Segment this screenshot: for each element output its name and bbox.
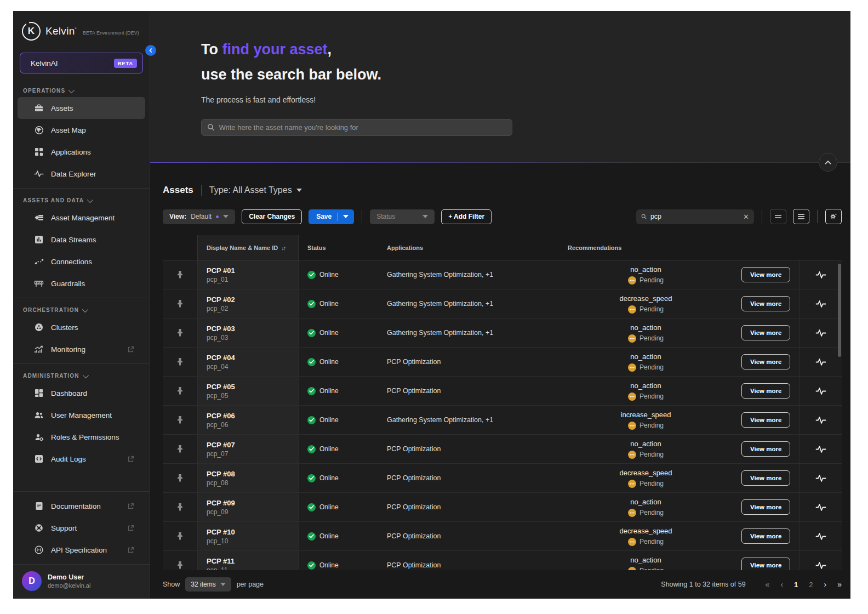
view-more-button[interactable]: View more bbox=[741, 412, 790, 428]
section-label-operations[interactable]: OPERATIONS bbox=[13, 81, 150, 97]
online-status-icon bbox=[307, 358, 316, 366]
save-button[interactable]: Save bbox=[309, 209, 354, 224]
sidebar-item-data-explorer[interactable]: Data Explorer bbox=[18, 163, 145, 185]
data-explorer-shortcut-icon[interactable] bbox=[815, 474, 826, 482]
collapse-hero-button[interactable] bbox=[819, 153, 837, 172]
sidebar-item-dashboard[interactable]: Dashboard bbox=[18, 382, 145, 404]
view-more-button[interactable]: View more bbox=[741, 528, 790, 544]
column-header-name[interactable]: Display Name & Name ID ↓↑ bbox=[197, 235, 299, 260]
sidebar-item-asset-management[interactable]: Asset Management bbox=[18, 207, 145, 229]
pin-icon[interactable] bbox=[176, 532, 184, 541]
table-row[interactable]: PCP #10pcp_10OnlinePCP Optimizationdecre… bbox=[163, 522, 842, 551]
sidebar-item-kelvinai[interactable]: KelvinAI BETA bbox=[20, 53, 143, 73]
table-settings-button[interactable] bbox=[825, 209, 842, 224]
asset-type-filter[interactable]: Type: All Asset Types bbox=[209, 185, 302, 195]
chevron-down-icon bbox=[343, 215, 349, 218]
pin-icon[interactable] bbox=[176, 386, 184, 396]
table-row[interactable]: PCP #11pcp_11OnlinePCP Optimizationno_ac… bbox=[163, 551, 842, 570]
row-density-list-button[interactable] bbox=[793, 209, 809, 224]
sidebar-item-assets[interactable]: Assets bbox=[18, 97, 145, 119]
pin-icon[interactable] bbox=[176, 474, 184, 483]
data-explorer-shortcut-icon[interactable] bbox=[815, 416, 826, 424]
row-density-compact-button[interactable] bbox=[770, 209, 786, 224]
asset-name-id: pcp_04 bbox=[207, 363, 228, 371]
pin-icon[interactable] bbox=[176, 328, 184, 338]
view-more-button[interactable]: View more bbox=[741, 470, 790, 486]
data-explorer-shortcut-icon[interactable] bbox=[815, 532, 826, 541]
clear-search-icon[interactable]: ✕ bbox=[743, 213, 749, 221]
asset-display-name: PCP #11 bbox=[207, 557, 235, 565]
user-menu[interactable]: D Demo User demo@kelvin.ai bbox=[13, 564, 150, 599]
data-explorer-shortcut-icon[interactable] bbox=[815, 386, 826, 395]
view-more-button[interactable]: View more bbox=[741, 325, 790, 340]
page-button-1[interactable]: 1 bbox=[794, 581, 798, 589]
section-label-administration[interactable]: ADMINISTRATION bbox=[13, 366, 150, 382]
table-row[interactable]: PCP #01pcp_01OnlineGathering System Opti… bbox=[163, 260, 842, 289]
section-label-orchestration[interactable]: ORCHESTRATION bbox=[13, 300, 150, 316]
sidebar-item-user-management[interactable]: User Management bbox=[18, 404, 145, 426]
table-row[interactable]: PCP #08pcp_08OnlinePCP Optimizationdecre… bbox=[163, 464, 842, 493]
table-row[interactable]: PCP #02pcp_02OnlineGathering System Opti… bbox=[163, 289, 842, 319]
sidebar-item-label: Roles & Permissions bbox=[51, 433, 135, 441]
pin-icon[interactable] bbox=[176, 299, 184, 309]
sidebar-item-data-streams[interactable]: Data Streams bbox=[18, 229, 145, 251]
per-page-dropdown[interactable]: 32 items bbox=[185, 577, 231, 592]
table-row[interactable]: PCP #05pcp_05OnlinePCP Optimizationno_ac… bbox=[163, 377, 842, 406]
sidebar-item-audit-logs[interactable]: Audit Logs bbox=[18, 448, 145, 470]
section-label-assets-and-data[interactable]: ASSETS AND DATA bbox=[13, 191, 150, 207]
status-filter-dropdown[interactable]: Status bbox=[370, 209, 435, 224]
data-explorer-shortcut-icon[interactable] bbox=[815, 503, 826, 511]
view-more-button[interactable]: View more bbox=[741, 441, 790, 457]
pin-icon[interactable] bbox=[176, 416, 184, 425]
pin-icon[interactable] bbox=[176, 561, 184, 570]
prev-page-button[interactable]: ‹ bbox=[780, 580, 783, 589]
next-page-button[interactable]: › bbox=[824, 580, 827, 589]
pin-icon[interactable] bbox=[176, 445, 184, 454]
pin-icon[interactable] bbox=[176, 270, 184, 280]
sidebar-item-applications[interactable]: Applications bbox=[18, 141, 145, 163]
sidebar-item-api-specification[interactable]: API Specification bbox=[18, 539, 145, 561]
sidebar-item-guardrails[interactable]: Guardrails bbox=[18, 272, 145, 294]
view-more-button[interactable]: View more bbox=[741, 383, 790, 399]
clear-changes-button[interactable]: Clear Changes bbox=[242, 209, 302, 224]
sort-icon[interactable]: ↓↑ bbox=[281, 245, 285, 251]
sidebar-item-asset-map[interactable]: Asset Map bbox=[18, 119, 145, 141]
table-search-input[interactable] bbox=[650, 213, 739, 220]
sidebar-item-clusters[interactable]: Clusters bbox=[18, 316, 145, 338]
pin-icon[interactable] bbox=[176, 503, 184, 512]
data-explorer-shortcut-icon[interactable] bbox=[815, 561, 826, 570]
hero-search-input[interactable] bbox=[219, 123, 506, 132]
sidebar-collapse-button[interactable] bbox=[145, 45, 156, 56]
page-button-2[interactable]: 2 bbox=[809, 581, 813, 589]
last-page-button[interactable]: » bbox=[837, 580, 842, 589]
view-more-button[interactable]: View more bbox=[741, 267, 790, 282]
pin-icon[interactable] bbox=[176, 357, 184, 367]
sidebar-item-monitoring[interactable]: Monitoring bbox=[18, 338, 145, 360]
table-row[interactable]: PCP #04pcp_04OnlinePCP Optimizationno_ac… bbox=[163, 348, 842, 377]
view-more-button[interactable]: View more bbox=[741, 354, 790, 369]
recommendation-name: no_action bbox=[630, 323, 661, 332]
recommendation-name: no_action bbox=[630, 556, 661, 564]
table-row[interactable]: PCP #06pcp_06OnlineGathering System Opti… bbox=[163, 406, 842, 435]
view-selector[interactable]: View:Default bbox=[163, 209, 235, 224]
sidebar-item-documentation[interactable]: Documentation bbox=[18, 495, 145, 517]
add-filter-button[interactable]: + Add Filter bbox=[441, 209, 492, 224]
table-row[interactable]: PCP #03pcp_03OnlineGathering System Opti… bbox=[163, 319, 842, 348]
data-explorer-shortcut-icon[interactable] bbox=[815, 299, 826, 308]
sidebar-item-label: Data Streams bbox=[51, 236, 135, 244]
table-row[interactable]: PCP #07pcp_07OnlinePCP Optimizationno_ac… bbox=[163, 435, 842, 464]
sidebar-item-roles-permissions[interactable]: Roles & Permissions bbox=[18, 426, 145, 448]
sidebar-item-connections[interactable]: Connections bbox=[18, 251, 145, 272]
table-row[interactable]: PCP #09pcp_09OnlinePCP Optimizationno_ac… bbox=[163, 493, 842, 522]
table-scrollbar[interactable] bbox=[838, 264, 841, 357]
data-explorer-shortcut-icon[interactable] bbox=[815, 445, 826, 453]
page-title: Assets bbox=[163, 185, 193, 196]
sidebar-item-support[interactable]: Support bbox=[18, 517, 145, 539]
view-more-button[interactable]: View more bbox=[741, 558, 790, 570]
data-explorer-shortcut-icon[interactable] bbox=[815, 357, 826, 366]
data-explorer-shortcut-icon[interactable] bbox=[815, 328, 826, 337]
view-more-button[interactable]: View more bbox=[741, 499, 790, 515]
first-page-button[interactable]: « bbox=[766, 580, 770, 589]
data-explorer-shortcut-icon[interactable] bbox=[815, 270, 826, 279]
view-more-button[interactable]: View more bbox=[741, 296, 790, 311]
